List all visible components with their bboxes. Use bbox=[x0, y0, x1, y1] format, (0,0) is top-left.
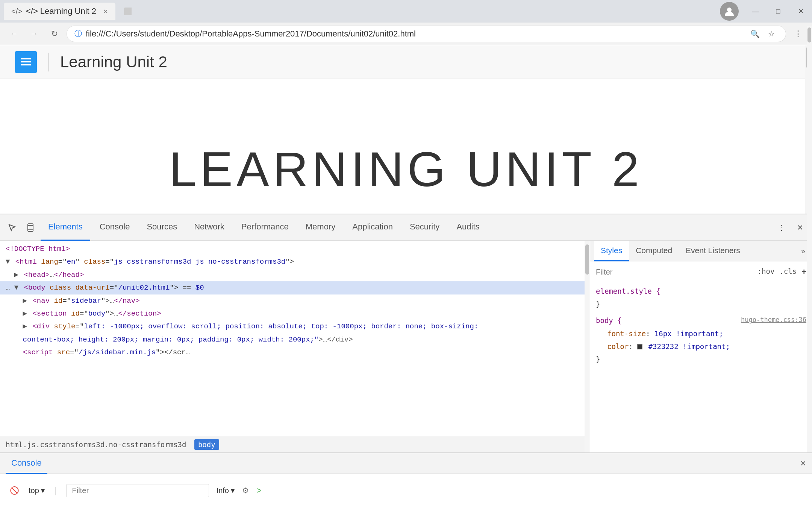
profile-icon[interactable] bbox=[720, 2, 739, 21]
styles-tab[interactable]: Styles bbox=[594, 241, 629, 261]
styles-scrollbar[interactable] bbox=[807, 241, 812, 452]
dom-panel-scrollbar[interactable] bbox=[585, 241, 590, 452]
console-settings-button[interactable]: ⚙ bbox=[242, 486, 249, 495]
devtools-actions: ⋮ ✕ bbox=[773, 219, 808, 236]
devtools-tab-audits[interactable]: Audits bbox=[449, 214, 487, 241]
devtools-tab-network[interactable]: Network bbox=[186, 214, 232, 241]
console-panel: Console ✕ 🚫 top ▾ | Info ▾ ⚙ > bbox=[0, 452, 812, 507]
dom-line-div-cont: content-box; height: 200px; margin: 0px;… bbox=[0, 333, 590, 346]
svg-rect-0 bbox=[124, 8, 132, 15]
body-triangle[interactable] bbox=[14, 284, 18, 292]
console-filter-input[interactable] bbox=[66, 484, 209, 497]
devtools-toolbar: Elements Console Sources Network Perform… bbox=[0, 214, 812, 241]
filter-actions: :hov .cls + bbox=[757, 267, 806, 277]
title-bar: </> </> Learning Unit 2 ✕ — □ ✕ bbox=[0, 0, 812, 23]
dom-line-nav: <nav id="sidebar">…</nav> bbox=[0, 294, 590, 307]
styles-filter-input[interactable] bbox=[596, 268, 757, 276]
hov-button[interactable]: :hov bbox=[757, 267, 775, 277]
div-triangle[interactable] bbox=[23, 322, 27, 331]
url-bar[interactable]: ⓘ file:///C:/Users/student/Desktop/Porta… bbox=[67, 26, 786, 42]
search-icon[interactable]: 🔍 bbox=[748, 27, 762, 41]
devtools-close-button[interactable]: ✕ bbox=[792, 219, 808, 236]
window-controls: — □ ✕ bbox=[744, 0, 812, 23]
devtools-panel: Elements Console Sources Network Perform… bbox=[0, 214, 812, 452]
dom-line-html: <html lang="en" class="js csstransforms3… bbox=[0, 255, 590, 268]
nav-triangle[interactable] bbox=[23, 297, 27, 305]
devtools-more-button[interactable]: ⋮ bbox=[773, 219, 790, 236]
header-divider bbox=[48, 53, 49, 71]
dom-line-script: <script src="/js/sidebar.min.js"></scr… bbox=[0, 346, 590, 359]
console-tab-label[interactable]: Console bbox=[6, 453, 47, 474]
devtools-tab-performance[interactable]: Performance bbox=[234, 214, 296, 241]
back-button[interactable]: ← bbox=[6, 26, 22, 42]
tab-close-button[interactable]: ✕ bbox=[103, 8, 108, 15]
right-panel-tabs: Styles Computed Event Listeners » bbox=[590, 241, 812, 261]
header-icon bbox=[15, 51, 37, 73]
url-actions: 🔍 ☆ bbox=[748, 27, 778, 41]
html-triangle[interactable] bbox=[6, 258, 10, 266]
console-info-level-selector[interactable]: Info ▾ bbox=[217, 486, 235, 495]
chrome-menu-button[interactable]: ⋮ bbox=[790, 26, 806, 42]
dom-line-head: <head>…</head> bbox=[0, 269, 590, 281]
inspect-element-icon[interactable] bbox=[4, 219, 20, 236]
devtools-styles-panel: Styles Computed Event Listeners » bbox=[590, 241, 812, 452]
devtools-main: <!DOCTYPE html> <html lang="en" class="j… bbox=[0, 241, 812, 452]
page-header-title: Learning Unit 2 bbox=[60, 53, 167, 71]
page-header: Learning Unit 2 bbox=[0, 45, 812, 79]
dom-scrollbar-thumb[interactable] bbox=[585, 244, 589, 275]
new-tab-button[interactable] bbox=[118, 3, 137, 20]
secure-icon: ⓘ bbox=[74, 29, 82, 39]
reload-button[interactable]: ↻ bbox=[46, 26, 63, 42]
dom-line-doctype: <!DOCTYPE html> bbox=[0, 243, 590, 255]
devtools-tab-memory[interactable]: Memory bbox=[298, 214, 343, 241]
chrome-window: </> </> Learning Unit 2 ✕ — □ ✕ ← → ↻ ⓘ … bbox=[0, 0, 812, 507]
cls-button[interactable]: .cls bbox=[779, 267, 797, 277]
browser-content: Learning Unit 2 LEARNING UNIT 2 bbox=[0, 45, 812, 214]
svg-rect-2 bbox=[21, 58, 31, 59]
close-button[interactable]: ✕ bbox=[789, 0, 812, 23]
main-heading: LEARNING UNIT 2 bbox=[169, 141, 643, 197]
breadcrumb-html[interactable]: html.js.csstransforms3d.no-csstransforms… bbox=[6, 440, 186, 449]
minimize-button[interactable]: — bbox=[744, 0, 767, 23]
console-prompt[interactable]: > bbox=[256, 485, 804, 496]
page-main: LEARNING UNIT 2 bbox=[0, 79, 812, 214]
svg-rect-3 bbox=[21, 61, 31, 62]
devtools-tab-application[interactable]: Application bbox=[345, 214, 400, 241]
console-body: 🚫 top ▾ | Info ▾ ⚙ > bbox=[0, 474, 812, 507]
maximize-button[interactable]: □ bbox=[767, 0, 789, 23]
console-toolbar: Console ✕ bbox=[0, 453, 812, 474]
devtools-dom-panel: <!DOCTYPE html> <html lang="en" class="j… bbox=[0, 241, 590, 452]
devtools-tab-sources[interactable]: Sources bbox=[139, 214, 185, 241]
css-rule-element-style: element.style { } bbox=[596, 285, 806, 310]
console-close-button[interactable]: ✕ bbox=[800, 459, 806, 468]
bookmark-icon[interactable]: ☆ bbox=[765, 27, 778, 41]
page-content: Learning Unit 2 LEARNING UNIT 2 bbox=[0, 45, 812, 214]
computed-tab[interactable]: Computed bbox=[629, 241, 679, 261]
device-toggle-icon[interactable] bbox=[22, 219, 39, 236]
breadcrumb-bar: html.js.csstransforms3d.no-csstransforms… bbox=[0, 436, 590, 452]
console-divider: | bbox=[54, 485, 56, 496]
browser-tab[interactable]: </> </> Learning Unit 2 ✕ bbox=[4, 3, 115, 20]
tab-title: </> Learning Unit 2 bbox=[26, 6, 96, 16]
devtools-tab-security[interactable]: Security bbox=[402, 214, 447, 241]
css-source-link[interactable]: hugo-theme.css:36 bbox=[741, 314, 806, 326]
styles-filter-bar: :hov .cls + bbox=[596, 267, 806, 280]
dom-line-div: <div style="left: -1000px; overflow: scr… bbox=[0, 320, 590, 333]
breadcrumb-body[interactable]: body bbox=[194, 439, 219, 450]
color-swatch[interactable] bbox=[637, 344, 642, 349]
console-prompt-arrow: > bbox=[256, 485, 262, 496]
console-level-selector[interactable]: top ▾ bbox=[29, 486, 45, 495]
dom-tree: <!DOCTYPE html> <html lang="en" class="j… bbox=[0, 241, 590, 361]
console-no-errors-button[interactable]: 🚫 bbox=[8, 484, 21, 497]
section-triangle[interactable] bbox=[23, 310, 27, 318]
event-listeners-tab[interactable]: Event Listeners bbox=[679, 241, 747, 261]
forward-button[interactable]: → bbox=[26, 26, 42, 42]
dom-line-body[interactable]: … <body class data-url="/unit02.html"> =… bbox=[0, 281, 590, 294]
address-bar: ← → ↻ ⓘ file:///C:/Users/student/Desktop… bbox=[0, 23, 812, 45]
dom-line-section: <section id="body">…</section> bbox=[0, 307, 590, 320]
tab-page-icon: </> bbox=[11, 7, 22, 16]
head-triangle[interactable] bbox=[14, 271, 18, 279]
devtools-tab-elements[interactable]: Elements bbox=[41, 214, 90, 241]
add-style-button[interactable]: + bbox=[801, 267, 806, 277]
devtools-tab-console[interactable]: Console bbox=[92, 214, 138, 241]
